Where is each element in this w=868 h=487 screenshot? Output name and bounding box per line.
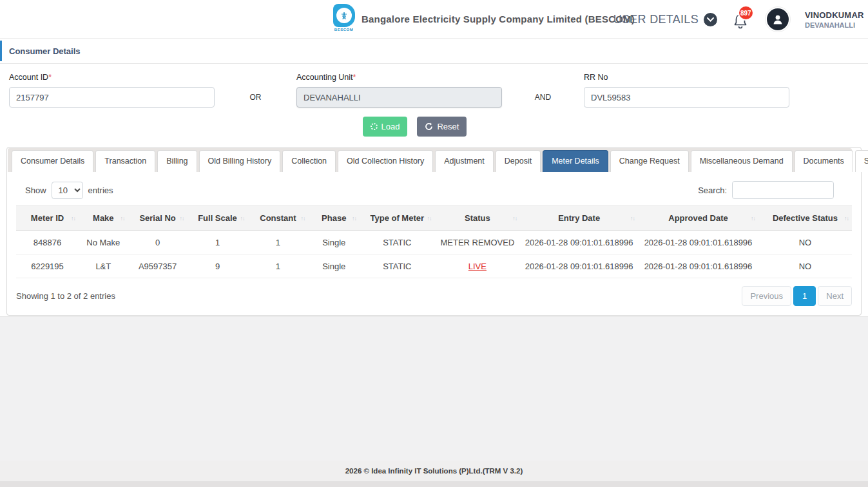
meter-details-card: Consumer Details Transaction Billing Old…: [6, 147, 862, 316]
sort-icon: ↑↓: [71, 215, 75, 222]
meter-details-table: Meter ID↑↓ Make↑↓ Serial No↑↓ Full Scale…: [16, 205, 852, 278]
tab-transaction[interactable]: Transaction: [95, 150, 155, 172]
col-serial-no[interactable]: Serial No↑↓: [128, 206, 188, 231]
cell-type-of-meter: STATIC: [360, 254, 434, 278]
sort-icon: ↑↓: [300, 215, 305, 222]
table-header-row: Meter ID↑↓ Make↑↓ Serial No↑↓ Full Scale…: [16, 206, 852, 231]
cell-make: No Make: [79, 231, 128, 254]
table-row: 848876 No Make 0 1 1 Single STATIC METER…: [16, 231, 852, 254]
live-status-link[interactable]: LIVE: [468, 262, 487, 271]
tab-bar: Consumer Details Transaction Billing Old…: [8, 148, 852, 172]
tab-consumer-details[interactable]: Consumer Details: [12, 150, 93, 172]
cell-phase: Single: [308, 231, 360, 254]
rr-no-field-group: RR No: [584, 73, 789, 108]
cell-full-scale: 1: [188, 231, 248, 254]
required-asterisk: *: [48, 73, 52, 82]
col-constant[interactable]: Constant↑↓: [247, 206, 308, 231]
user-details-dropdown[interactable]: USER DETAILS: [613, 13, 717, 26]
pagination: Previous 1 Next: [742, 286, 852, 306]
search-input[interactable]: [732, 181, 834, 199]
footer-text: 2026 © Idea Infinity IT Solutions (P)Ltd…: [345, 467, 523, 475]
tab-deposit[interactable]: Deposit: [496, 150, 541, 172]
footer: 2026 © Idea Infinity IT Solutions (P)Ltd…: [0, 461, 868, 487]
cell-meter-id: 6229195: [16, 254, 79, 278]
rr-no-input[interactable]: [584, 87, 789, 108]
consumer-search-form: Account ID* OR Accounting Unit* AND RR N…: [0, 64, 868, 147]
show-label: Show: [25, 186, 46, 195]
or-label: OR: [215, 93, 296, 102]
tab-old-collection-history[interactable]: Old Collection History: [338, 150, 433, 172]
tab-adjustment[interactable]: Adjustment: [435, 150, 494, 172]
cell-phase: Single: [308, 254, 360, 278]
user-details-label: USER DETAILS: [613, 13, 699, 26]
avatar[interactable]: [765, 6, 791, 32]
cell-constant: 1: [247, 254, 308, 278]
cell-full-scale: 9: [188, 254, 248, 278]
page-1-button[interactable]: 1: [793, 286, 816, 306]
tab-meter-details[interactable]: Meter Details: [543, 150, 608, 172]
user-name: VINODKUMAR: [805, 10, 867, 20]
cell-defective-status: NO: [758, 254, 852, 278]
cell-serial-no: A9597357: [128, 254, 188, 278]
col-type-of-meter[interactable]: Type of Meter↑↓: [360, 206, 434, 231]
cell-approved-date: 2026-01-28 09:01:01.618996: [638, 254, 758, 278]
cell-meter-id: 848876: [16, 231, 79, 254]
col-meter-id[interactable]: Meter ID↑↓: [16, 206, 79, 231]
page-size-select[interactable]: 10: [52, 182, 83, 199]
sort-icon: ↑↓: [630, 215, 635, 222]
col-status[interactable]: Status↑↓: [435, 206, 521, 231]
sort-icon: ↑↓: [751, 215, 755, 222]
accounting-unit-input[interactable]: [296, 87, 502, 108]
account-id-input[interactable]: [9, 87, 215, 108]
content-background: [0, 316, 868, 461]
tab-change-request[interactable]: Change Request: [610, 150, 689, 172]
brand: BESCOM Bangalore Electricity Supply Comp…: [332, 4, 635, 33]
cell-status: LIVE: [435, 254, 521, 278]
reset-button[interactable]: Reset: [417, 117, 467, 137]
sort-icon: ↑↓: [352, 215, 356, 222]
cell-approved-date: 2026-01-28 09:01:01.618996: [638, 231, 758, 254]
cell-entry-date: 2026-01-28 09:01:01.618996: [520, 231, 638, 254]
col-defective-status[interactable]: Defective Status↑↓: [758, 206, 852, 231]
tab-collection[interactable]: Collection: [282, 150, 336, 172]
spinner-icon: [371, 123, 378, 130]
entries-label: entries: [88, 186, 113, 195]
tab-miscellaneous-demand[interactable]: Miscellaneous Demand: [691, 150, 793, 172]
tab-documents[interactable]: Documents: [795, 150, 853, 172]
col-full-scale[interactable]: Full Scale↑↓: [188, 206, 248, 231]
sort-icon: ↑↓: [427, 215, 432, 222]
required-asterisk: *: [353, 73, 356, 82]
sort-icon: ↑↓: [512, 215, 517, 222]
next-page-button[interactable]: Next: [818, 286, 852, 306]
table-controls: Show 10 entries Search:: [7, 172, 861, 205]
account-id-label: Account ID*: [9, 73, 215, 82]
bescom-logo-icon: BESCOM: [332, 4, 356, 33]
sort-icon: ↑↓: [844, 215, 849, 222]
cell-serial-no: 0: [128, 231, 188, 254]
load-button[interactable]: Load: [363, 117, 408, 137]
previous-page-button[interactable]: Previous: [742, 286, 791, 306]
user-info: VINODKUMAR DEVANAHALLI: [805, 10, 867, 29]
col-phase[interactable]: Phase↑↓: [308, 206, 360, 231]
tab-billing[interactable]: Billing: [157, 150, 197, 172]
col-approved-date[interactable]: Approved Date↑↓: [638, 206, 758, 231]
cell-constant: 1: [247, 231, 308, 254]
cell-entry-date: 2026-01-28 09:01:01.618996: [520, 254, 638, 278]
col-make[interactable]: Make↑↓: [79, 206, 128, 231]
breadcrumb: Consumer Details: [0, 39, 868, 64]
notification-count-badge: 897: [738, 5, 754, 21]
accounting-unit-field-group: Accounting Unit*: [296, 73, 502, 108]
rr-no-label: RR No: [584, 73, 789, 82]
top-bar: BESCOM Bangalore Electricity Supply Comp…: [0, 0, 868, 39]
cell-defective-status: NO: [758, 231, 852, 254]
sort-icon: ↑↓: [180, 215, 184, 222]
refresh-icon: [425, 122, 433, 131]
user-location: DEVANAHALLI: [805, 21, 867, 29]
notifications-button[interactable]: 897: [731, 8, 751, 31]
cell-type-of-meter: STATIC: [360, 231, 434, 254]
account-id-field-group: Account ID*: [9, 73, 215, 108]
tab-old-billing-history[interactable]: Old Billing History: [199, 150, 281, 172]
page-title: Bangalore Electricity Supply Company Lim…: [362, 14, 635, 24]
tab-srtpv-payment-details[interactable]: SRTPV Payment Details: [855, 150, 868, 172]
col-entry-date[interactable]: Entry Date↑↓: [520, 206, 638, 231]
